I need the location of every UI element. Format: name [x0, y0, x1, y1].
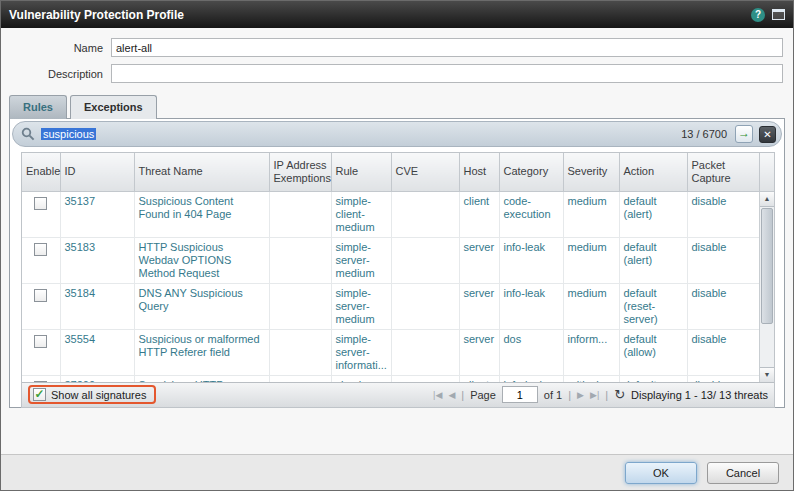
- ip-address-exemptions-cell: [269, 192, 331, 238]
- search-input[interactable]: suspicious: [41, 128, 675, 140]
- description-row: Description: [11, 64, 783, 83]
- button-bar: OK Cancel: [1, 454, 793, 490]
- table-row: 35184DNS ANY Suspicious Querysimple-serv…: [22, 283, 759, 329]
- table-row: 35554Suspicious or malformed HTTP Refere…: [22, 329, 759, 375]
- severity-cell[interactable]: medium: [563, 237, 619, 283]
- host-cell[interactable]: server: [459, 329, 499, 375]
- search-go-button[interactable]: →: [735, 125, 753, 143]
- col-header-category[interactable]: Category: [499, 153, 563, 191]
- category-cell[interactable]: info-leak: [499, 375, 563, 382]
- scroll-down-icon[interactable]: ▼: [760, 367, 774, 382]
- action-cell[interactable]: default (alert): [619, 192, 687, 238]
- packet-capture-cell[interactable]: disable: [687, 192, 759, 238]
- threat-name-cell[interactable]: DNS ANY Suspicious Query: [134, 283, 269, 329]
- show-all-signatures-checkbox[interactable]: ✓: [33, 388, 46, 401]
- pager-separator: |: [605, 389, 608, 401]
- scrollbar-thumb[interactable]: [761, 208, 773, 324]
- enable-checkbox[interactable]: [34, 381, 47, 382]
- profile-form: Name Description: [1, 28, 793, 92]
- col-header-action[interactable]: Action: [619, 153, 687, 191]
- col-header-packet-capture[interactable]: Packet Capture: [687, 153, 759, 191]
- name-row: Name: [11, 38, 783, 57]
- col-header-id[interactable]: ID: [60, 153, 134, 191]
- category-cell[interactable]: info-leak: [499, 237, 563, 283]
- rule-cell[interactable]: simple-server-medium: [331, 283, 391, 329]
- tab-strip: Rules Exceptions: [1, 92, 793, 118]
- cve-cell: [391, 283, 459, 329]
- cve-cell: [391, 329, 459, 375]
- window-icon[interactable]: [772, 9, 785, 20]
- host-cell[interactable]: client: [459, 192, 499, 238]
- page-input[interactable]: [502, 386, 538, 403]
- scroll-up-icon[interactable]: ▲: [760, 192, 774, 207]
- threat-name-cell[interactable]: Suspicious or malformed HTTP Referer fie…: [134, 329, 269, 375]
- threat-name-cell[interactable]: Suspicious HTTP Evasion: [134, 375, 269, 382]
- id-cell[interactable]: 35137: [60, 192, 134, 238]
- action-cell[interactable]: default (alert): [619, 237, 687, 283]
- packet-capture-cell[interactable]: disable: [687, 283, 759, 329]
- ok-button[interactable]: OK: [625, 462, 697, 484]
- pager-separator: |: [461, 389, 464, 401]
- tab-rules[interactable]: Rules: [9, 95, 67, 119]
- enable-checkbox[interactable]: [34, 243, 47, 256]
- severity-cell[interactable]: critical: [563, 375, 619, 382]
- packet-capture-cell[interactable]: disable: [687, 375, 759, 382]
- severity-cell[interactable]: medium: [563, 283, 619, 329]
- rule-cell[interactable]: simple-client-medium: [331, 192, 391, 238]
- col-header-rule[interactable]: Rule: [331, 153, 391, 191]
- tab-exceptions[interactable]: Exceptions: [70, 95, 157, 119]
- enable-cell: [22, 192, 60, 238]
- rule-cell[interactable]: simple-client...: [331, 375, 391, 382]
- col-header-enable[interactable]: Enable: [22, 153, 60, 191]
- category-cell[interactable]: code-execution: [499, 192, 563, 238]
- action-cell[interactable]: default (alert): [619, 375, 687, 382]
- first-page-icon[interactable]: |◀: [433, 390, 442, 400]
- last-page-icon[interactable]: ▶|: [590, 390, 599, 400]
- name-field[interactable]: [111, 38, 783, 57]
- ip-address-exemptions-cell: [269, 237, 331, 283]
- enable-checkbox[interactable]: [34, 197, 47, 210]
- host-cell[interactable]: server: [459, 283, 499, 329]
- action-cell[interactable]: default (allow): [619, 329, 687, 375]
- id-cell[interactable]: 35184: [60, 283, 134, 329]
- packet-capture-cell[interactable]: disable: [687, 237, 759, 283]
- col-header-host[interactable]: Host: [459, 153, 499, 191]
- col-header-spacer: [759, 153, 774, 191]
- category-cell[interactable]: dos: [499, 329, 563, 375]
- severity-cell[interactable]: inform...: [563, 329, 619, 375]
- search-clear-button[interactable]: ✕: [759, 126, 776, 143]
- threat-name-cell[interactable]: Suspicious Content Found in 404 Page: [134, 192, 269, 238]
- description-field[interactable]: [111, 64, 783, 83]
- help-icon[interactable]: ?: [751, 8, 765, 22]
- id-cell[interactable]: 35183: [60, 237, 134, 283]
- rule-cell[interactable]: simple-server-medium: [331, 237, 391, 283]
- col-header-ip-address-exemptions[interactable]: IP Address Exemptions: [269, 153, 331, 191]
- search-query-text: suspicious: [41, 128, 96, 140]
- table-row: 35183HTTP Suspicious Webdav OPTIONS Meth…: [22, 237, 759, 283]
- next-page-icon[interactable]: ▶: [577, 390, 584, 400]
- severity-cell[interactable]: medium: [563, 192, 619, 238]
- rule-cell[interactable]: simple-server-informati...: [331, 329, 391, 375]
- show-all-signatures-toggle[interactable]: ✓ Show all signatures: [28, 385, 156, 404]
- enable-cell: [22, 237, 60, 283]
- col-header-cve[interactable]: CVE: [391, 153, 459, 191]
- col-header-threat-name[interactable]: Threat Name: [134, 153, 269, 191]
- displaying-status: Displaying 1 - 13/ 13 threats: [631, 389, 768, 401]
- table-scrollbar[interactable]: ▲ ▼: [759, 192, 774, 382]
- host-cell[interactable]: client: [459, 375, 499, 382]
- col-header-severity[interactable]: Severity: [563, 153, 619, 191]
- cancel-button[interactable]: Cancel: [707, 462, 779, 484]
- action-cell[interactable]: default (reset-server): [619, 283, 687, 329]
- id-cell[interactable]: 35554: [60, 329, 134, 375]
- enable-checkbox[interactable]: [34, 335, 47, 348]
- category-cell[interactable]: info-leak: [499, 283, 563, 329]
- enable-checkbox[interactable]: [34, 289, 47, 302]
- id-cell[interactable]: 37200: [60, 375, 134, 382]
- packet-capture-cell[interactable]: disable: [687, 329, 759, 375]
- page-of-label: of 1: [544, 389, 562, 401]
- refresh-icon[interactable]: ↻: [614, 387, 625, 402]
- prev-page-icon[interactable]: ◀: [448, 390, 455, 400]
- threat-name-cell[interactable]: HTTP Suspicious Webdav OPTIONS Method Re…: [134, 237, 269, 283]
- ip-address-exemptions-cell: [269, 329, 331, 375]
- host-cell[interactable]: server: [459, 237, 499, 283]
